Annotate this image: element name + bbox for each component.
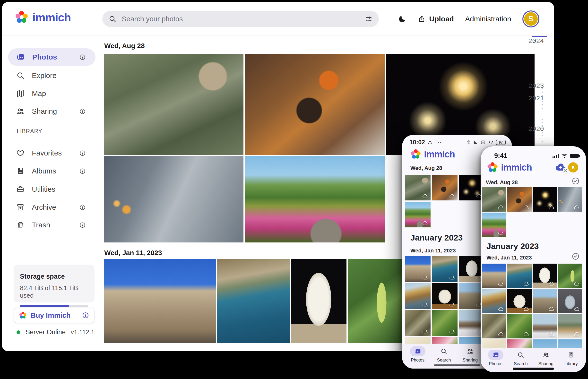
- nav-item-search[interactable]: Search: [433, 346, 455, 363]
- timeline-active-indicator: [532, 36, 547, 37]
- upload-button[interactable]: Upload: [418, 15, 454, 23]
- phone2-month-header: January 2023: [486, 241, 539, 251]
- sidebar-item-label: Albums: [32, 167, 56, 175]
- photo-thumb-lizard1[interactable]: [482, 314, 506, 338]
- photo-thumb-dinner[interactable]: [432, 175, 458, 200]
- phone1-month-header: January 2023: [410, 233, 463, 242]
- user-avatar[interactable]: S: [522, 10, 540, 28]
- nav-item-library[interactable]: Library: [560, 350, 582, 366]
- timeline-year-2024[interactable]: 2024: [528, 38, 545, 45]
- administration-link[interactable]: Administration: [465, 15, 511, 23]
- theme-toggle-moon-icon[interactable]: [398, 15, 407, 23]
- sidebar-item-favorites[interactable]: Favorites: [8, 144, 95, 162]
- server-online-dot: [16, 331, 20, 334]
- search-filter-icon[interactable]: [365, 15, 372, 23]
- photo-thumb-lizard1[interactable]: [405, 310, 430, 336]
- photo-thumb-dinner[interactable]: [245, 54, 385, 155]
- photo-thumb-monkeys[interactable]: [405, 175, 430, 200]
- sidebar-item-trash[interactable]: Trash: [8, 216, 95, 234]
- phone2-date-aug: Wed, Aug 28: [486, 179, 518, 186]
- info-icon[interactable]: [79, 204, 86, 211]
- timeline-tick: [541, 92, 543, 93]
- search-input[interactable]: [122, 15, 359, 23]
- nav-label: Photos: [489, 361, 503, 366]
- photo-thumb-bust[interactable]: [533, 264, 557, 288]
- photo-thumb-monkeys[interactable]: [482, 187, 506, 212]
- nav-item-photos[interactable]: Photos: [485, 350, 507, 366]
- photo-thumb-trophy[interactable]: [558, 289, 582, 313]
- photo-thumb-castle[interactable]: [482, 264, 506, 288]
- photo-thumb-village[interactable]: [558, 314, 582, 338]
- phone2-status-bar: 9:41: [494, 152, 579, 160]
- photo-thumb-cake[interactable]: [507, 339, 532, 348]
- home-indicator: [434, 364, 480, 366]
- photo-thumb-castle[interactable]: [104, 259, 216, 343]
- info-icon[interactable]: [79, 222, 86, 228]
- photo-thumb-ruins[interactable]: [533, 289, 557, 313]
- sidebar-item-explore[interactable]: Explore: [8, 67, 95, 84]
- photo-thumb-sky[interactable]: [533, 339, 557, 348]
- sidebar-item-sharing[interactable]: Sharing: [8, 103, 95, 120]
- photo-thumb-beach[interactable]: [405, 283, 430, 309]
- battery-icon: [570, 154, 579, 158]
- nav-item-sharing[interactable]: Sharing: [535, 350, 557, 366]
- sidebar-item-map[interactable]: Map: [8, 85, 95, 102]
- photo-thumb-beach[interactable]: [482, 289, 506, 313]
- photo-thumb-fireworks[interactable]: [533, 187, 557, 212]
- overflow-dots-icon: ···: [435, 139, 442, 145]
- server-status-label: Server Online: [26, 329, 71, 336]
- cloud-backup-icon: [422, 302, 428, 307]
- info-icon[interactable]: [79, 108, 86, 115]
- photo-thumb-monkeys[interactable]: [104, 54, 243, 155]
- nav-item-photos[interactable]: Photos: [407, 346, 429, 363]
- sync-check-icon: [564, 169, 567, 172]
- photo-thumb-church[interactable]: [533, 314, 557, 338]
- photo-thumb-rocksculpt[interactable]: [432, 283, 458, 309]
- select-all-check-icon[interactable]: [572, 177, 580, 185]
- photos-icon: [16, 53, 25, 62]
- nav-item-sharing[interactable]: Sharing: [459, 346, 481, 363]
- photo-thumb-castle[interactable]: [405, 256, 430, 282]
- immich-logo[interactable]: immich: [15, 10, 71, 24]
- search-icon: [517, 351, 524, 358]
- photo-thumb-harbor[interactable]: [507, 264, 532, 288]
- photo-thumb-dinner[interactable]: [507, 187, 532, 212]
- photo-thumb-seagrape[interactable]: [348, 259, 404, 343]
- info-icon[interactable]: [79, 54, 86, 61]
- sidebar-item-archive[interactable]: Archive: [8, 199, 95, 216]
- phone2-avatar[interactable]: s: [568, 162, 578, 173]
- photos-icon: [492, 351, 499, 359]
- photo-thumb-harbor[interactable]: [432, 256, 458, 282]
- info-icon[interactable]: [79, 168, 86, 174]
- cloud-sync-button[interactable]: [555, 162, 567, 172]
- sidebar-item-albums[interactable]: Albums: [8, 162, 95, 180]
- sidebar-item-label: Sharing: [32, 107, 57, 115]
- photo-thumb-pale[interactable]: [405, 337, 430, 344]
- photo-thumb-rocksculpt[interactable]: [507, 289, 532, 313]
- sidebar-item-photos[interactable]: Photos: [8, 48, 95, 66]
- photo-thumb-lizard2[interactable]: [432, 310, 458, 336]
- photo-thumb-bust[interactable]: [291, 259, 347, 343]
- nav-item-search[interactable]: Search: [510, 350, 532, 366]
- photo-thumb-lizard2[interactable]: [507, 314, 532, 338]
- photo-thumb-park[interactable]: [245, 156, 385, 242]
- photo-thumb-park[interactable]: [405, 202, 430, 227]
- info-icon[interactable]: [82, 312, 89, 319]
- buy-immich-button[interactable]: Buy Immich: [14, 308, 95, 323]
- date-header-aug: Wed, Aug 28: [104, 42, 144, 50]
- photo-thumb-cake[interactable]: [432, 337, 458, 344]
- cloud-backup-icon: [498, 332, 504, 337]
- sidebar-item-utilities[interactable]: Utilities: [8, 180, 95, 198]
- info-icon[interactable]: [79, 150, 86, 157]
- photo-thumb-pale[interactable]: [482, 339, 506, 348]
- photo-thumb-seagrape[interactable]: [558, 264, 582, 288]
- search-bar[interactable]: [102, 11, 379, 27]
- photo-thumb-hands[interactable]: [104, 156, 243, 242]
- photo-thumb-harbor[interactable]: [217, 259, 290, 343]
- photo-thumb-park[interactable]: [482, 213, 506, 237]
- photo-thumb-sky[interactable]: [558, 339, 582, 348]
- phone1-date-aug: Wed, Aug 28: [410, 165, 442, 171]
- select-all-check-icon[interactable]: [572, 252, 580, 260]
- storage-usage: 82.4 TiB of 115.1 TiB used: [20, 284, 88, 299]
- photo-thumb-hands[interactable]: [558, 187, 582, 212]
